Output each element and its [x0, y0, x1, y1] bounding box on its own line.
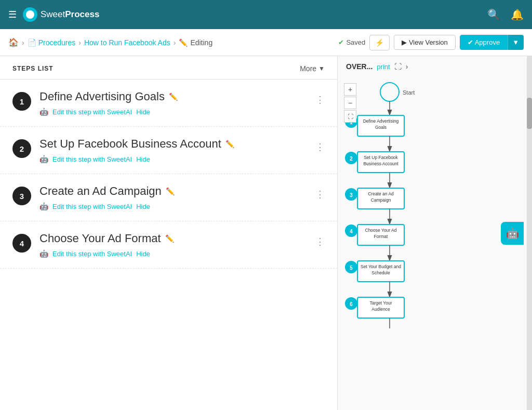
top-navigation: ☰ SweetProcess 🔍 🔔	[0, 0, 532, 29]
steps-list-title: STEPS LIST	[12, 65, 54, 72]
step-menu-1[interactable]: ⋮	[315, 90, 325, 105]
node-text-2a: Set Up Facebook	[364, 155, 398, 160]
step-item-4: 4 Choose Your Ad Format ✏️ 🤖 Edit this s…	[0, 221, 337, 269]
step-hide-4[interactable]: Hide	[136, 250, 150, 258]
view-version-button[interactable]: ▶ View Version	[394, 35, 456, 50]
step-menu-2[interactable]: ⋮	[315, 137, 325, 153]
breadcrumb-actions: ✔ Saved ⚡ ▶ View Version ✔ Approve ▼	[338, 35, 524, 50]
step-hide-1[interactable]: Hide	[136, 108, 150, 116]
zoom-in-button[interactable]: +	[344, 83, 356, 96]
editing-pencil-icon: ✏️	[179, 38, 188, 47]
step-sub-2: 🤖 Edit this step with SweetAI Hide	[39, 155, 307, 163]
step-edit-pencil-2[interactable]: ✏️	[225, 140, 234, 148]
node-text-5b: Schedule	[371, 270, 390, 275]
step-item-1: 1 Define Advertising Goals ✏️ 🤖 Edit thi…	[0, 80, 337, 127]
check-icon: ✔	[338, 38, 344, 46]
approve-group: ✔ Approve ▼	[460, 35, 524, 50]
sep2: ›	[78, 38, 81, 47]
overview-title: OVER...	[346, 62, 373, 71]
sweetai-fab-button[interactable]: 🤖	[501, 222, 524, 245]
search-icon[interactable]: 🔍	[487, 8, 500, 21]
fit-button[interactable]: ⛶	[344, 110, 356, 123]
print-link[interactable]: print	[377, 63, 390, 71]
scrollbar[interactable]	[527, 56, 532, 410]
zoom-out-button[interactable]: −	[344, 97, 356, 109]
step-edit-pencil-3[interactable]: ✏️	[166, 187, 175, 195]
node-text-2b: Business Account	[363, 161, 398, 166]
breadcrumb-current: ✏️ Editing	[179, 38, 212, 47]
app-name: SweetProcess	[41, 9, 99, 20]
breadcrumb-bar: 🏠 › 📄 Procedures › How to Run Facebook A…	[0, 29, 532, 56]
node-num-6: 6	[350, 301, 353, 307]
chevron-down-icon: ▼	[318, 65, 325, 72]
step-menu-3[interactable]: ⋮	[315, 184, 325, 200]
step-hide-3[interactable]: Hide	[136, 203, 150, 210]
node-text-4b: Format	[374, 234, 389, 239]
step-number-3: 3	[12, 187, 31, 205]
approve-button[interactable]: ✔ Approve	[460, 35, 508, 50]
left-panel: STEPS LIST More ▼ 1 Define Advertising G…	[0, 56, 338, 410]
node-num-4: 4	[350, 229, 353, 234]
step-content-4: Choose Your Ad Format ✏️ 🤖 Edit this ste…	[39, 232, 307, 258]
step-content-3: Create an Ad Campaign ✏️ 🤖 Edit this ste…	[39, 184, 307, 210]
node-text-1a: Define Advertising	[363, 118, 399, 124]
step-edit-pencil-4[interactable]: ✏️	[165, 234, 174, 243]
node-num-2: 2	[350, 156, 353, 162]
overview-header: OVER... print ⛶ ›	[338, 56, 532, 75]
step-content-2: Set Up Facebook Business Account ✏️ 🤖 Ed…	[39, 137, 307, 163]
node-text-5a: Set Your Budget and	[361, 264, 401, 269]
step-number-1: 1	[12, 92, 31, 111]
home-icon[interactable]: 🏠	[8, 37, 19, 47]
step-item-2: 2 Set Up Facebook Business Account ✏️ 🤖 …	[0, 127, 337, 174]
node-text-6b: Audience	[371, 307, 390, 312]
step-menu-4[interactable]: ⋮	[315, 232, 325, 247]
node-text-4a: Choose Your Ad	[365, 228, 397, 233]
node-text-3b: Campaign	[371, 197, 391, 203]
logo: SweetProcess	[23, 7, 99, 22]
breadcrumb: 🏠 › 📄 Procedures › How to Run Facebook A…	[8, 37, 212, 47]
expand-icon[interactable]: ⛶	[394, 62, 402, 71]
start-label: Start	[403, 89, 415, 96]
breadcrumb-procedures[interactable]: 📄 Procedures	[28, 38, 76, 47]
approve-dropdown-button[interactable]: ▼	[508, 35, 524, 50]
flow-controls: + − ⛶	[344, 83, 356, 123]
step-sub-3: 🤖 Edit this step with SweetAI Hide	[39, 202, 307, 210]
robot-icon-2: 🤖	[39, 155, 48, 163]
hamburger-menu-icon[interactable]: ☰	[8, 9, 17, 20]
step-title-1: Define Advertising Goals	[39, 90, 165, 103]
robot-icon-1: 🤖	[39, 108, 48, 116]
step-edit-pencil-1[interactable]: ✏️	[169, 92, 178, 101]
node-text-6a: Target Your	[369, 300, 392, 306]
step-number-4: 4	[12, 234, 31, 253]
lightning-button[interactable]: ⚡	[369, 35, 390, 50]
step-sub-4: 🤖 Edit this step with SweetAI Hide	[39, 249, 307, 258]
sep3: ›	[174, 38, 176, 47]
notification-icon[interactable]: 🔔	[511, 8, 524, 21]
step-title-4: Choose Your Ad Format	[39, 232, 161, 245]
right-panel: OVER... print ⛶ › + − ⛶ Start 1 Defi	[338, 56, 532, 410]
next-icon[interactable]: ›	[406, 62, 408, 71]
logo-icon	[23, 7, 37, 22]
saved-status: ✔ Saved	[338, 38, 365, 46]
robot-icon-3: 🤖	[39, 202, 48, 210]
step-title-2: Set Up Facebook Business Account	[39, 137, 221, 151]
robot-icon-4: 🤖	[39, 249, 48, 258]
scrollbar-thumb[interactable]	[527, 98, 532, 129]
node-text-3a: Create an Ad	[368, 191, 394, 196]
node-num-3: 3	[350, 192, 353, 198]
breadcrumb-procedure-name[interactable]: How to Run Facebook Ads	[84, 38, 170, 47]
node-num-5: 5	[350, 265, 353, 271]
more-button[interactable]: More ▼	[300, 64, 325, 73]
step-hide-2[interactable]: Hide	[136, 155, 150, 163]
step-number-2: 2	[12, 139, 31, 158]
main-area: STEPS LIST More ▼ 1 Define Advertising G…	[0, 56, 532, 410]
flowchart-svg: Start 1 Define Advertising Goals 2 Set U…	[338, 79, 442, 401]
procedures-icon: 📄	[28, 38, 36, 47]
sep1: ›	[22, 38, 24, 47]
steps-header: STEPS LIST More ▼	[0, 56, 337, 80]
step-item-3: 3 Create an Ad Campaign ✏️ 🤖 Edit this s…	[0, 174, 337, 221]
node-text-1b: Goals	[375, 125, 387, 130]
step-title-3: Create an Ad Campaign	[39, 184, 162, 198]
step-content-1: Define Advertising Goals ✏️ 🤖 Edit this …	[39, 90, 307, 116]
start-node	[380, 83, 399, 101]
